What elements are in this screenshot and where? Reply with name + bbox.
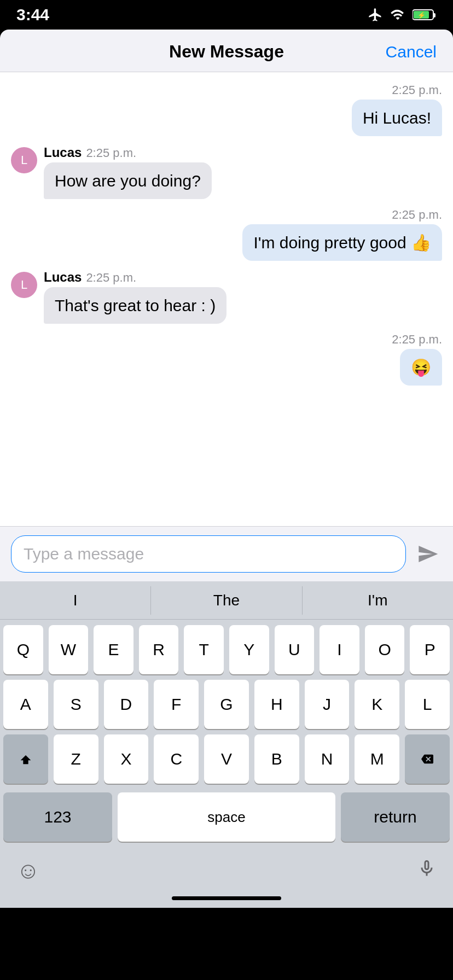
message-bubble: 😝 (400, 349, 442, 386)
message-bubble: That's great to hear : ) (44, 287, 226, 324)
airplane-icon (368, 7, 383, 22)
key-i[interactable]: I (320, 625, 359, 674)
shift-key[interactable] (3, 734, 48, 784)
key-p[interactable]: P (410, 625, 450, 674)
message-time: 2:25 p.m. (86, 146, 136, 160)
microphone-icon[interactable] (417, 858, 437, 884)
chat-area: 2:25 p.m.Hi Lucas!LLucas2:25 p.m.How are… (0, 72, 453, 526)
avatar: L (11, 272, 37, 298)
home-bar (172, 896, 281, 900)
key-l[interactable]: L (405, 680, 450, 729)
key-r[interactable]: R (139, 625, 179, 674)
battery-icon: ⚡ (413, 8, 437, 21)
bubble-container: Lucas2:25 p.m.That's great to hear : ) (44, 270, 226, 324)
numbers-key[interactable]: 123 (3, 792, 112, 842)
message-row: LLucas2:25 p.m.How are you doing? (11, 145, 442, 199)
key-s[interactable]: S (54, 680, 98, 729)
key-d[interactable]: D (104, 680, 149, 729)
message-bubble: Hi Lucas! (352, 100, 442, 136)
key-u[interactable]: U (275, 625, 315, 674)
key-q[interactable]: Q (3, 625, 43, 674)
sender-info: Lucas2:25 p.m. (44, 145, 212, 160)
key-z[interactable]: Z (54, 734, 98, 784)
message-time: 2:25 p.m. (392, 332, 442, 347)
cancel-button[interactable]: Cancel (386, 43, 437, 61)
status-icons: ⚡ (368, 7, 437, 22)
emoji-icon[interactable]: ☺ (16, 858, 40, 884)
send-button[interactable] (414, 540, 442, 568)
key-rows: QWERTYUIOP ASDFGHJKL ZXCVBNM (0, 620, 453, 787)
send-icon (417, 543, 439, 565)
key-row-2: ASDFGHJKL (3, 680, 450, 729)
message-bubble: How are you doing? (44, 162, 212, 199)
svg-text:⚡: ⚡ (417, 11, 426, 19)
key-h[interactable]: H (254, 680, 299, 729)
key-g[interactable]: G (204, 680, 249, 729)
bubble-container: 2:25 p.m.Hi Lucas! (352, 83, 442, 136)
message-time: 2:25 p.m. (392, 208, 442, 222)
sender-name: Lucas (44, 145, 82, 160)
key-n[interactable]: N (305, 734, 350, 784)
key-t[interactable]: T (184, 625, 224, 674)
message-row: 2:25 p.m.😝 (11, 332, 442, 386)
autocomplete-bar: ITheI'm (0, 581, 453, 620)
key-k[interactable]: K (355, 680, 399, 729)
key-row-bottom: 123 space return (0, 787, 453, 850)
key-row-3: ZXCVBNM (3, 734, 450, 784)
key-x[interactable]: X (104, 734, 149, 784)
bubble-container: 2:25 p.m.😝 (392, 332, 442, 386)
status-bar: 3:44 ⚡ (0, 0, 453, 30)
keyboard: ITheI'm QWERTYUIOP ASDFGHJKL ZXCVBNM 123… (0, 581, 453, 908)
message-bubble: I'm doing pretty good 👍 (242, 224, 442, 261)
key-o[interactable]: O (365, 625, 405, 674)
autocomplete-suggestion[interactable]: I (0, 586, 151, 615)
nav-bar: New Message Cancel (0, 30, 453, 72)
key-v[interactable]: V (204, 734, 249, 784)
key-j[interactable]: J (305, 680, 350, 729)
nav-title: New Message (169, 42, 284, 62)
key-f[interactable]: F (154, 680, 199, 729)
key-y[interactable]: Y (229, 625, 269, 674)
key-e[interactable]: E (94, 625, 133, 674)
space-key[interactable]: space (118, 792, 335, 842)
avatar: L (11, 147, 37, 173)
message-time: 2:25 p.m. (86, 271, 136, 285)
keyboard-accessory: ☺ (0, 850, 453, 891)
key-w[interactable]: W (49, 625, 89, 674)
bubble-container: Lucas2:25 p.m.How are you doing? (44, 145, 212, 199)
key-a[interactable]: A (3, 680, 48, 729)
status-time: 3:44 (16, 5, 49, 24)
autocomplete-suggestion[interactable]: The (151, 586, 302, 615)
message-row: 2:25 p.m.I'm doing pretty good 👍 (11, 208, 442, 261)
autocomplete-suggestion[interactable]: I'm (303, 586, 453, 615)
key-b[interactable]: B (254, 734, 299, 784)
bubble-container: 2:25 p.m.I'm doing pretty good 👍 (242, 208, 442, 261)
wifi-icon (390, 7, 406, 22)
message-input[interactable] (11, 535, 406, 573)
sender-name: Lucas (44, 270, 82, 285)
sender-info: Lucas2:25 p.m. (44, 270, 226, 285)
key-c[interactable]: C (154, 734, 199, 784)
return-key[interactable]: return (341, 792, 450, 842)
key-row-1: QWERTYUIOP (3, 625, 450, 674)
home-indicator (0, 891, 453, 908)
message-row: LLucas2:25 p.m.That's great to hear : ) (11, 270, 442, 324)
key-m[interactable]: M (355, 734, 399, 784)
message-time: 2:25 p.m. (392, 83, 442, 97)
message-row: 2:25 p.m.Hi Lucas! (11, 83, 442, 136)
svg-rect-1 (433, 13, 435, 18)
backspace-key[interactable] (405, 734, 450, 784)
input-area (0, 526, 453, 581)
